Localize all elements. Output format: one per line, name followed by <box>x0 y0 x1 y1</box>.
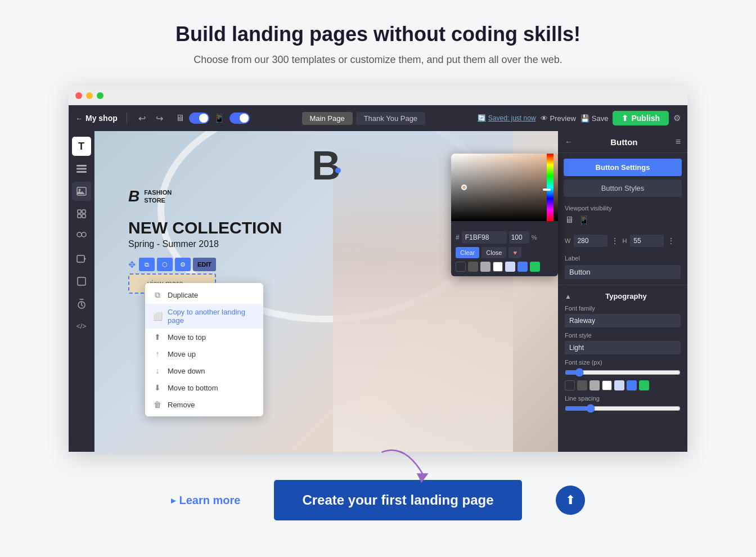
ctx-duplicate[interactable]: ⧉ Duplicate <box>145 286 263 304</box>
ctx-move-top[interactable]: ⬆ Move to top <box>145 329 263 345</box>
opacity-input[interactable] <box>509 231 529 244</box>
typography-title: Typography <box>605 292 646 300</box>
height-input[interactable] <box>630 235 664 247</box>
tab-button-settings[interactable]: Button Settings <box>564 159 682 176</box>
panel-tabs: Button Settings Button Styles <box>558 153 687 200</box>
sidebar-container-icon[interactable] <box>72 272 91 291</box>
gradient-cursor[interactable] <box>461 185 467 190</box>
svg-rect-8 <box>82 214 86 218</box>
swatch-light-blue[interactable] <box>614 380 624 390</box>
panel-menu-icon[interactable]: ≡ <box>676 137 681 147</box>
desktop-toggle[interactable] <box>189 113 209 124</box>
picker-swatch-4[interactable] <box>493 262 503 272</box>
hex-row: # % <box>456 231 554 244</box>
label-input[interactable] <box>565 265 681 279</box>
sidebar-code-icon[interactable]: </> <box>72 317 91 336</box>
picker-swatches <box>456 262 554 272</box>
hex-input[interactable] <box>462 231 507 244</box>
upload-icon-button[interactable]: ⬆ <box>556 486 585 515</box>
tab-thank-you[interactable]: Thank You Page <box>356 112 425 125</box>
picker-swatch-7[interactable] <box>530 262 540 272</box>
font-size-slider[interactable] <box>565 368 681 377</box>
back-button[interactable]: ← My shop <box>75 114 118 123</box>
picker-swatch-3[interactable] <box>480 262 490 272</box>
ctx-move-down[interactable]: ↓ Move down <box>145 362 263 379</box>
line-spacing-slider[interactable] <box>565 404 681 413</box>
sidebar-image-icon[interactable] <box>72 182 91 201</box>
clear-button[interactable]: Clear <box>456 247 479 258</box>
swatch-green[interactable] <box>639 380 649 390</box>
swatch-blue[interactable] <box>627 380 637 390</box>
swatch-white[interactable] <box>602 380 612 390</box>
width-row: W ⋮ H ⋮ <box>565 235 681 247</box>
sidebar-timer-icon[interactable] <box>72 294 91 313</box>
sidebar-sections-icon[interactable] <box>72 159 91 178</box>
color-gradient[interactable] <box>451 154 558 221</box>
hue-cursor[interactable] <box>543 188 551 191</box>
close-button[interactable]: Close <box>482 247 506 258</box>
font-family-input[interactable] <box>565 314 681 327</box>
picker-swatch-2[interactable] <box>468 262 478 272</box>
favorite-button[interactable]: ♥ <box>508 247 521 258</box>
ctrl-move[interactable]: ⬡ <box>157 258 173 271</box>
editor-toolbar: ← My shop ↩ ↪ 🖥 📱 Main Page Thank You Pa… <box>69 105 687 131</box>
chevron-up-icon: ▲ <box>565 293 572 300</box>
swatch-dark[interactable] <box>565 380 575 390</box>
ctx-remove[interactable]: 🗑 Remove <box>145 396 263 413</box>
font-style-input[interactable] <box>565 341 681 354</box>
width-input[interactable] <box>574 235 608 247</box>
color-swatches <box>565 380 681 390</box>
save-icon: 💾 <box>580 114 590 123</box>
picker-swatch-6[interactable] <box>518 262 528 272</box>
ctrl-duplicate[interactable]: ⧉ <box>139 258 155 271</box>
titlebar-dot-green <box>97 92 104 99</box>
picker-swatch-5[interactable] <box>505 262 515 272</box>
ctrl-settings[interactable]: ⚙ <box>175 258 191 271</box>
sidebar-elements-icon[interactable] <box>72 204 91 223</box>
viewport-desktop-icon[interactable]: 🖥 <box>565 215 574 226</box>
swatch-light-gray[interactable] <box>590 380 600 390</box>
height-stepper[interactable]: ⋮ <box>667 236 675 245</box>
ctx-move-top-label: Move to top <box>168 333 206 342</box>
hue-bar[interactable] <box>547 154 554 221</box>
picker-actions: Clear Close ♥ <box>456 247 554 258</box>
svg-rect-5 <box>78 210 81 213</box>
color-picker-gradient-area[interactable] <box>451 154 558 227</box>
sidebar-text-icon[interactable]: T <box>72 137 91 156</box>
svg-point-9 <box>77 232 82 237</box>
undo-button[interactable]: ↩ <box>136 112 148 125</box>
learn-more-link[interactable]: ▸ Learn more <box>171 494 240 507</box>
toggle-knob-2 <box>240 114 249 123</box>
ctx-move-up[interactable]: ↑ Move up <box>145 345 263 362</box>
typography-section-header[interactable]: ▲ Typography <box>558 288 687 305</box>
label-section: Label <box>558 255 687 282</box>
left-sidebar: T <box>69 131 94 452</box>
sidebar-video-icon[interactable] <box>72 249 91 268</box>
panel-title: Button <box>610 137 637 147</box>
ctx-copy-landing[interactable]: ⬜ Copy to another landing page <box>145 304 263 329</box>
save-button[interactable]: 💾 Save <box>580 114 609 123</box>
ctx-move-bottom[interactable]: ⬇ Move to bottom <box>145 379 263 396</box>
redo-button[interactable]: ↪ <box>154 112 165 125</box>
font-family-label: Font family <box>565 305 681 312</box>
tab-main-page[interactable]: Main Page <box>302 112 353 125</box>
swatch-gray[interactable] <box>577 380 587 390</box>
remove-icon: 🗑 <box>153 400 162 409</box>
canvas-headline-main: NEW COLLECTION <box>128 218 282 237</box>
toolbar-right: 🔄 Saved: just now 👁 Preview 💾 Save ⬆ Pub… <box>478 111 681 125</box>
ctrl-edit[interactable]: EDIT <box>193 258 216 271</box>
toggle-knob <box>199 114 208 123</box>
viewport-mobile-icon[interactable]: 📱 <box>578 215 590 226</box>
titlebar-dot-yellow <box>86 92 93 99</box>
sidebar-icons-icon[interactable] <box>72 227 91 246</box>
width-stepper[interactable]: ⋮ <box>611 236 619 245</box>
panel-back-button[interactable]: ← <box>565 137 573 146</box>
picker-swatch-1[interactable] <box>456 262 466 272</box>
preview-button[interactable]: 👁 Preview <box>541 114 576 123</box>
svg-point-4 <box>78 189 80 191</box>
publish-button[interactable]: ⬆ Publish <box>613 111 669 125</box>
settings-icon[interactable]: ⚙ <box>673 113 681 123</box>
mobile-toggle[interactable] <box>230 113 250 124</box>
move-handle-icon[interactable]: ✥ <box>128 259 136 270</box>
tab-button-styles[interactable]: Button Styles <box>564 179 682 197</box>
